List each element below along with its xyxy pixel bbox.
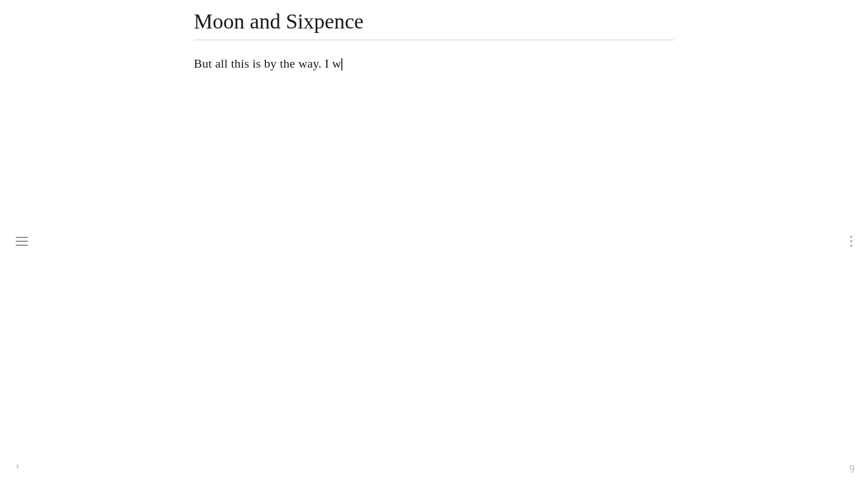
text-cursor [341,58,342,70]
content-area: But all this is by the way. I w [194,42,674,73]
more-dot-1 [850,236,852,238]
more-dot-3 [850,245,852,247]
hamburger-line-1 [16,237,28,238]
title-divider [194,40,674,40]
hamburger-line-3 [16,245,28,246]
book-text-content: But all this is by the way. I w [194,56,341,70]
bottom-bar: › 9 [0,454,868,482]
hamburger-menu-icon[interactable] [11,232,32,250]
book-text: But all this is by the way. I w [194,54,674,73]
more-dot-2 [850,240,852,242]
page-number: 9 [850,464,855,475]
next-page-arrow[interactable]: › [11,455,24,476]
book-title: Moon and Sixpence [194,6,674,37]
hamburger-line-2 [16,241,28,242]
more-options-icon[interactable] [846,231,857,251]
title-area: Moon and Sixpence [194,0,674,40]
